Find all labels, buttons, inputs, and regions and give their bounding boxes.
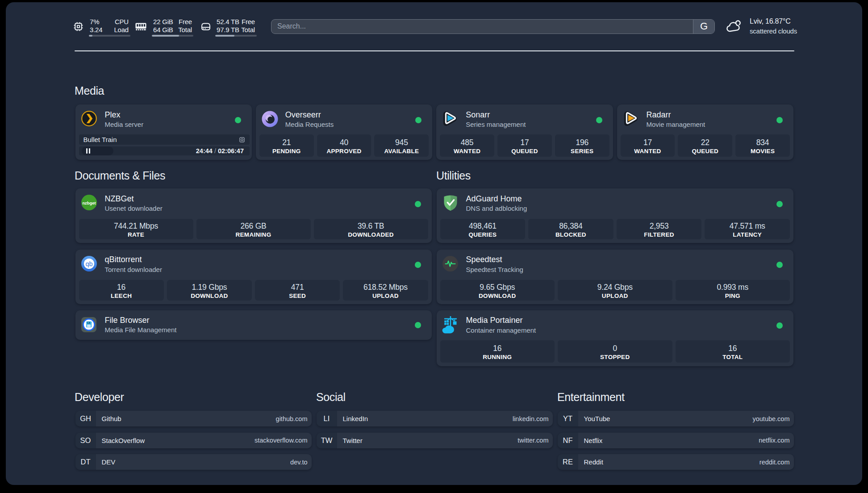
svg-text:qb: qb bbox=[85, 260, 92, 267]
svg-text:nzbget: nzbget bbox=[82, 201, 96, 205]
